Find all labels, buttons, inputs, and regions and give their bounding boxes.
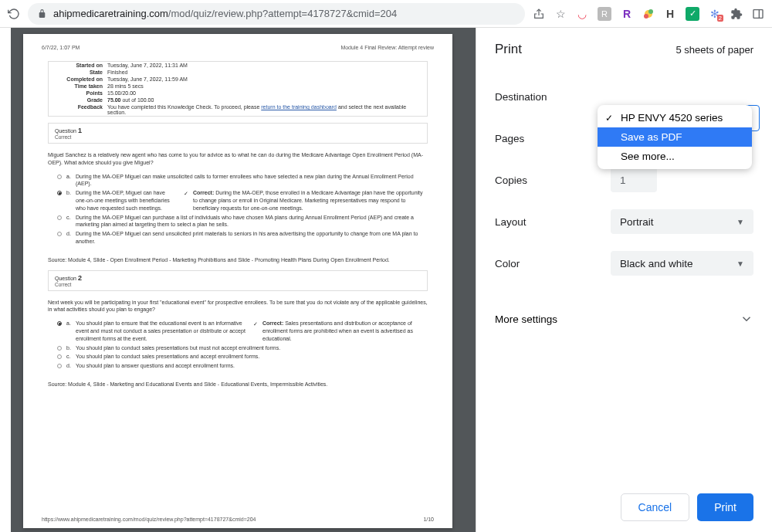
destination-option-pdf[interactable]: Save as PDF — [598, 127, 752, 147]
honey-icon[interactable]: H — [664, 8, 676, 20]
lock-icon — [37, 8, 47, 19]
print-dialog: Print 5 sheets of paper Destination Page… — [476, 28, 772, 532]
question-source-1: Source: Module 4, Slide - Open Enrollmen… — [48, 256, 428, 264]
layout-select[interactable]: Portrait▼ — [611, 209, 753, 234]
destination-label: Destination — [495, 91, 611, 103]
toolbar-icons: ☆ ◡ R R H ✓ ✻2 — [533, 7, 764, 21]
ext-icon-2[interactable] — [642, 8, 655, 20]
destination-option-more[interactable]: See more... — [598, 147, 752, 166]
pages-label: Pages — [495, 133, 611, 144]
sheet-count: 5 sheets of paper — [676, 44, 753, 56]
extensions-icon[interactable] — [730, 8, 743, 20]
address-bar[interactable]: ahipmedicaretraining.com/mod/quiz/review… — [28, 3, 525, 25]
color-select[interactable]: Black and white▼ — [611, 251, 753, 276]
share-icon[interactable] — [533, 8, 545, 20]
page-timestamp: 6/7/22, 1:07 PM — [42, 45, 80, 50]
svg-point-2 — [644, 14, 648, 19]
print-title: Print — [495, 42, 522, 57]
star-icon[interactable]: ☆ — [554, 8, 567, 20]
pocket-icon[interactable]: ◡ — [576, 8, 588, 20]
question-body-2: Next week you will be participating in y… — [48, 299, 428, 370]
footer-pagenum: 1/10 — [423, 517, 434, 522]
chevron-down-icon: ▼ — [736, 259, 744, 268]
destination-dropdown: HP ENVY 4520 series Save as PDF See more… — [598, 105, 752, 169]
question-body-1: Miguel Sanchez is a relatively new agent… — [48, 151, 428, 246]
print-preview-pane: 6/7/22, 1:07 PM Module 4 Final Review: A… — [0, 28, 476, 532]
chevron-down-icon — [740, 312, 753, 326]
browser-toolbar: ahipmedicaretraining.com/mod/quiz/review… — [0, 0, 772, 28]
ext-icon-4[interactable]: ✻2 — [709, 8, 721, 20]
color-label: Color — [495, 258, 611, 269]
question-header-1: Question 1 Correct — [48, 123, 428, 144]
chevron-down-icon: ▼ — [736, 218, 744, 226]
question-header-2: Question 2 Correct — [48, 270, 428, 291]
sidepanel-icon[interactable] — [752, 8, 764, 20]
destination-option-hp[interactable]: HP ENVY 4520 series — [598, 108, 752, 127]
layout-label: Layout — [495, 216, 611, 228]
rakuten-icon[interactable]: R — [621, 8, 633, 20]
more-settings-toggle[interactable]: More settings — [476, 298, 772, 340]
attempt-summary: Started onTuesday, June 7, 2022, 11:31 A… — [48, 61, 428, 117]
ext-icon-3[interactable]: ✓ — [686, 7, 699, 21]
copies-label: Copies — [495, 175, 611, 186]
url-text: ahipmedicaretraining.com/mod/quiz/review… — [53, 8, 516, 19]
footer-url: https://www.ahipmedicaretraining.com/mod… — [42, 517, 256, 522]
page-doc-title: Module 4 Final Review: Attempt review — [340, 45, 434, 50]
copies-input[interactable]: 1 — [611, 168, 657, 192]
svg-point-1 — [648, 9, 653, 14]
print-button[interactable]: Print — [697, 493, 753, 521]
question-source-2: Source: Module 4, Slide - Marketing and … — [48, 381, 428, 388]
preview-page: 6/7/22, 1:07 PM Module 4 Final Review: A… — [23, 34, 452, 528]
svg-rect-3 — [753, 9, 763, 18]
ext-icon-1[interactable]: R — [598, 7, 611, 21]
cancel-button[interactable]: Cancel — [621, 493, 690, 521]
reload-icon[interactable] — [8, 8, 20, 20]
